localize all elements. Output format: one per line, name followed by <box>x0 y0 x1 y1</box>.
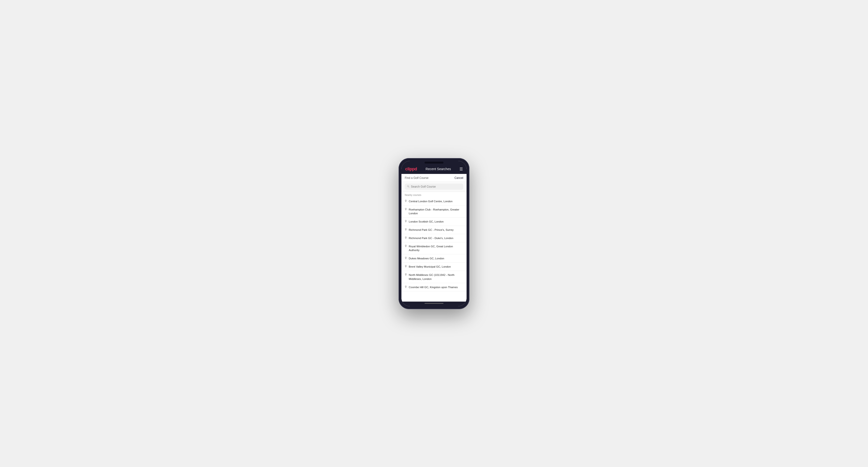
course-name: Royal Wimbledon GC, Great London Authori… <box>409 245 463 252</box>
course-list: Central London Golf Centre, London Roeha… <box>401 197 467 291</box>
nearby-courses-label: Nearby courses <box>401 192 467 197</box>
pin-icon <box>405 285 407 289</box>
home-indicator <box>401 302 467 306</box>
course-list-item[interactable]: Richmond Park GC - Duke's, London <box>401 234 467 242</box>
course-name: Richmond Park GC - Prince's, Surrey <box>409 228 454 232</box>
menu-icon[interactable]: ☰ <box>460 167 463 171</box>
header-title: Recent Searches <box>426 167 451 171</box>
pin-icon <box>405 199 407 203</box>
course-list-item[interactable]: Brent Valley Municipal GC, London <box>401 262 467 271</box>
svg-line-1 <box>409 187 409 187</box>
course-name: Dukes Meadows GC, London <box>409 256 444 260</box>
app-header: clippd Recent Searches ☰ <box>401 164 467 174</box>
pin-icon <box>405 228 407 231</box>
course-name: Roehampton Club - Roehampton, Greater Lo… <box>409 208 463 215</box>
pin-icon <box>405 273 407 276</box>
pin-icon <box>405 257 407 260</box>
find-golf-course-label: Find a Golf Course <box>405 176 429 180</box>
course-list-item[interactable]: Coombe Hill GC, Kingston upon Thames <box>401 283 467 291</box>
search-wrapper <box>401 182 467 192</box>
phone-frame: clippd Recent Searches ☰ Find a Golf Cou… <box>399 158 469 309</box>
find-bar: Find a Golf Course Cancel <box>401 174 467 182</box>
pin-icon <box>405 237 407 240</box>
cancel-button[interactable]: Cancel <box>455 176 463 180</box>
course-name: Coombe Hill GC, Kingston upon Thames <box>409 285 458 289</box>
home-bar <box>425 303 443 304</box>
pin-icon <box>405 220 407 223</box>
course-list-item[interactable]: Richmond Park GC - Prince's, Surrey <box>401 226 467 234</box>
status-bar <box>401 161 467 164</box>
notch <box>425 162 443 163</box>
content-area: Find a Golf Course Cancel Nearby courses <box>401 174 467 302</box>
search-input[interactable] <box>411 185 461 188</box>
pin-icon <box>405 265 407 268</box>
course-name: Central London Golf Centre, London <box>409 199 453 203</box>
course-list-item[interactable]: London Scottish GC, London <box>401 218 467 226</box>
app-logo: clippd <box>405 166 417 172</box>
course-name: Richmond Park GC - Duke's, London <box>409 236 453 240</box>
course-list-item[interactable]: Dukes Meadows GC, London <box>401 254 467 262</box>
search-icon <box>407 185 409 188</box>
course-list-item[interactable]: Roehampton Club - Roehampton, Greater Lo… <box>401 206 467 218</box>
phone-screen: clippd Recent Searches ☰ Find a Golf Cou… <box>401 161 467 306</box>
course-list-item[interactable]: Central London Golf Centre, London <box>401 197 467 206</box>
course-name: London Scottish GC, London <box>409 220 444 223</box>
pin-icon <box>405 208 407 211</box>
search-input-container <box>405 184 463 190</box>
course-name: North Middlesex GC (1011942 - North Midd… <box>409 273 463 281</box>
course-list-item[interactable]: North Middlesex GC (1011942 - North Midd… <box>401 271 467 283</box>
course-name: Brent Valley Municipal GC, London <box>409 265 451 269</box>
course-list-item[interactable]: Royal Wimbledon GC, Great London Authori… <box>401 242 467 254</box>
pin-icon <box>405 245 407 248</box>
